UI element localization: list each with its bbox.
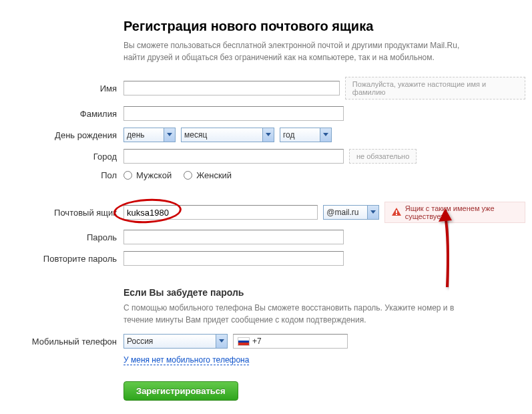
mailbox-input[interactable] bbox=[123, 205, 318, 220]
no-phone-link[interactable]: У меня нет мобильного телефона bbox=[123, 355, 249, 365]
svg-rect-0 bbox=[396, 210, 397, 213]
birthday-day-select[interactable]: день bbox=[123, 128, 176, 142]
phone-country-value: Россия bbox=[127, 337, 153, 346]
flag-ru-icon bbox=[238, 337, 250, 346]
phone-prefix-value: +7 bbox=[252, 337, 262, 346]
firstname-input[interactable] bbox=[123, 81, 340, 95]
svg-rect-1 bbox=[396, 214, 397, 215]
label-password: Пароль bbox=[7, 232, 123, 242]
mailbox-domain-value: @mail.ru bbox=[326, 208, 358, 217]
gender-male-radio[interactable]: Мужской bbox=[123, 170, 172, 180]
birthday-month-value: месяц bbox=[184, 130, 207, 140]
name-hint: Пожалуйста, укажите настоящие имя и фами… bbox=[345, 77, 525, 99]
page-subtitle: Вы сможете пользоваться бесплатной элект… bbox=[123, 39, 471, 63]
birthday-year-value: год bbox=[283, 130, 295, 140]
chevron-down-icon bbox=[367, 206, 378, 219]
label-password2: Повторите пароль bbox=[7, 254, 123, 264]
submit-button[interactable]: Зарегистрироваться bbox=[123, 381, 238, 401]
chevron-down-icon bbox=[216, 335, 227, 348]
gender-male-label: Мужской bbox=[136, 170, 172, 180]
phone-country-select[interactable]: Россия bbox=[123, 334, 228, 349]
label-phone: Мобильный телефон bbox=[7, 337, 123, 347]
city-hint: не обязательно bbox=[349, 149, 417, 164]
password2-input[interactable] bbox=[123, 251, 344, 266]
phone-prefix-input[interactable]: +7 bbox=[233, 334, 348, 349]
chevron-down-icon bbox=[262, 128, 274, 142]
gender-female-label: Женский bbox=[196, 170, 232, 180]
mailbox-domain-select[interactable]: @mail.ru bbox=[323, 205, 378, 220]
page-title: Регистрация нового почтового ящика bbox=[123, 19, 525, 34]
label-firstname: Имя bbox=[7, 83, 123, 93]
mailbox-error: Ящик с таким именем уже существует bbox=[384, 202, 525, 223]
mailbox-error-text: Ящик с таким именем уже существует bbox=[405, 204, 518, 220]
birthday-month-select[interactable]: месяц bbox=[181, 128, 274, 142]
chevron-down-icon bbox=[320, 128, 331, 142]
label-mailbox: Почтовый ящик bbox=[7, 208, 123, 218]
label-city: Город bbox=[7, 152, 123, 162]
recovery-text: С помощью мобильного телефона Вы сможете… bbox=[123, 302, 484, 326]
birthday-day-value: день bbox=[127, 130, 145, 140]
gender-female-radio[interactable]: Женский bbox=[184, 170, 232, 180]
warning-icon bbox=[392, 208, 401, 218]
password-input[interactable] bbox=[123, 230, 344, 244]
label-birthday: День рождения bbox=[7, 130, 123, 140]
city-input[interactable] bbox=[123, 149, 344, 164]
lastname-input[interactable] bbox=[123, 106, 344, 121]
label-gender: Пол bbox=[7, 170, 123, 180]
birthday-year-select[interactable]: год bbox=[280, 128, 332, 142]
chevron-down-icon bbox=[164, 128, 175, 142]
label-lastname: Фамилия bbox=[7, 109, 123, 119]
recovery-title: Если Вы забудете пароль bbox=[123, 287, 525, 298]
